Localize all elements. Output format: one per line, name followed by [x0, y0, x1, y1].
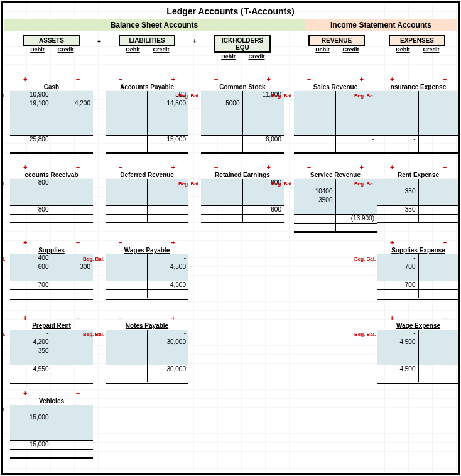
debit-cell[interactable]: -	[377, 254, 418, 263]
debit-cell[interactable]	[294, 117, 335, 126]
credit-cell[interactable]: 4,500	[147, 263, 188, 272]
debit-cell[interactable]	[10, 126, 52, 135]
debit-cell[interactable]	[106, 272, 147, 281]
debit-cell[interactable]	[201, 197, 242, 205]
credit-cell[interactable]	[52, 338, 93, 347]
credit-cell[interactable]	[52, 272, 93, 281]
debit-cell[interactable]	[201, 179, 242, 188]
debit-cell[interactable]: 400	[10, 254, 52, 263]
credit-cell[interactable]	[418, 179, 460, 188]
debit-cell[interactable]: -	[377, 179, 418, 188]
debit-cell[interactable]	[10, 188, 52, 197]
debit-cell[interactable]: 15,000	[10, 414, 52, 423]
debit-cell[interactable]: -	[10, 330, 52, 338]
credit-cell[interactable]	[52, 347, 93, 356]
credit-cell[interactable]	[418, 330, 460, 338]
debit-cell[interactable]	[377, 347, 418, 356]
credit-cell[interactable]	[52, 179, 93, 188]
debit-cell[interactable]	[10, 117, 52, 126]
credit-cell[interactable]	[52, 126, 93, 135]
credit-cell[interactable]: -	[147, 254, 188, 263]
debit-cell[interactable]	[294, 91, 335, 100]
credit-cell[interactable]	[52, 423, 93, 431]
debit-cell[interactable]	[106, 100, 147, 109]
debit-cell[interactable]: 4,500	[377, 338, 418, 347]
debit-cell[interactable]	[106, 347, 147, 356]
debit-cell[interactable]	[377, 126, 418, 135]
debit-cell[interactable]	[294, 205, 335, 214]
debit-cell[interactable]	[106, 330, 147, 338]
credit-cell[interactable]	[335, 188, 377, 197]
credit-cell[interactable]	[418, 91, 460, 100]
debit-cell[interactable]	[201, 117, 242, 126]
debit-cell[interactable]	[377, 117, 418, 126]
credit-cell[interactable]	[147, 197, 188, 205]
credit-cell[interactable]	[418, 254, 460, 263]
credit-cell[interactable]	[335, 197, 377, 205]
credit-cell[interactable]	[147, 188, 188, 197]
credit-cell[interactable]	[418, 188, 460, 197]
debit-cell[interactable]	[106, 109, 147, 117]
debit-cell[interactable]	[106, 197, 147, 205]
credit-cell[interactable]: 300	[52, 263, 93, 272]
credit-cell[interactable]	[418, 126, 460, 135]
credit-cell[interactable]	[242, 126, 284, 135]
debit-cell[interactable]	[106, 179, 147, 188]
credit-cell[interactable]	[418, 338, 460, 347]
credit-cell[interactable]	[52, 197, 93, 205]
debit-cell[interactable]: 10400	[294, 188, 335, 197]
credit-cell[interactable]	[147, 117, 188, 126]
credit-cell[interactable]	[147, 347, 188, 356]
debit-cell[interactable]	[201, 91, 242, 100]
debit-cell[interactable]	[294, 179, 335, 188]
debit-cell[interactable]: 4,200	[10, 338, 52, 347]
debit-cell[interactable]: 600	[10, 263, 52, 272]
debit-cell[interactable]	[377, 356, 418, 365]
credit-cell[interactable]	[242, 197, 284, 205]
credit-cell[interactable]: 30,000	[147, 338, 188, 347]
debit-cell[interactable]	[201, 188, 242, 197]
credit-cell[interactable]	[335, 100, 377, 109]
debit-cell[interactable]	[10, 356, 52, 365]
credit-cell[interactable]	[242, 188, 284, 197]
debit-cell[interactable]	[106, 356, 147, 365]
debit-cell[interactable]	[377, 109, 418, 117]
debit-cell[interactable]	[10, 423, 52, 431]
debit-cell[interactable]: -	[10, 405, 52, 414]
credit-cell[interactable]	[418, 347, 460, 356]
credit-cell[interactable]	[335, 205, 377, 214]
debit-cell[interactable]: 5000	[201, 100, 242, 109]
credit-cell[interactable]	[418, 109, 460, 117]
debit-cell[interactable]: 800	[10, 179, 52, 188]
credit-cell[interactable]	[242, 100, 284, 109]
credit-cell[interactable]	[335, 109, 377, 117]
credit-cell[interactable]	[418, 272, 460, 281]
debit-cell[interactable]	[10, 109, 52, 117]
credit-cell[interactable]	[147, 126, 188, 135]
debit-cell[interactable]	[10, 197, 52, 205]
credit-cell[interactable]	[242, 117, 284, 126]
credit-cell[interactable]	[52, 405, 93, 414]
credit-cell[interactable]	[52, 414, 93, 423]
credit-cell[interactable]	[52, 117, 93, 126]
debit-cell[interactable]	[106, 263, 147, 272]
debit-cell[interactable]	[201, 109, 242, 117]
credit-cell[interactable]	[418, 263, 460, 272]
debit-cell[interactable]: 10,900	[10, 91, 52, 100]
debit-cell[interactable]: -	[377, 330, 418, 338]
debit-cell[interactable]	[106, 117, 147, 126]
credit-cell[interactable]: 4,200	[52, 100, 93, 109]
debit-cell[interactable]: 350	[377, 188, 418, 197]
debit-cell[interactable]	[201, 126, 242, 135]
debit-cell[interactable]	[377, 100, 418, 109]
credit-cell[interactable]	[147, 109, 188, 117]
credit-cell[interactable]	[52, 91, 93, 100]
debit-cell[interactable]: 19,100	[10, 100, 52, 109]
debit-cell[interactable]: 3500	[294, 197, 335, 205]
debit-cell[interactable]	[294, 100, 335, 109]
credit-cell[interactable]	[418, 100, 460, 109]
debit-cell[interactable]	[10, 431, 52, 440]
credit-cell[interactable]	[52, 356, 93, 365]
debit-cell[interactable]	[106, 338, 147, 347]
debit-cell[interactable]	[294, 109, 335, 117]
